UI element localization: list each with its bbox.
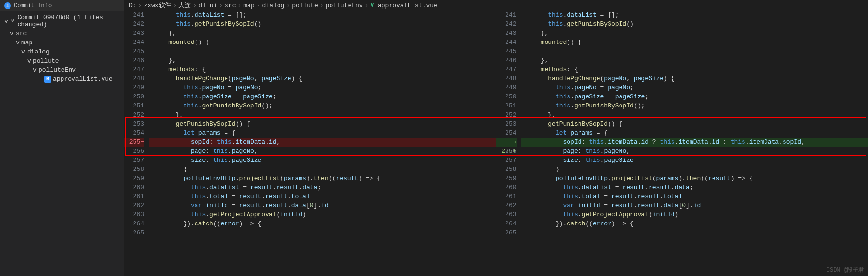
code-line[interactable]: this.pageNo = pageNo; [149,83,496,92]
code-line[interactable]: this.dataList = []; [149,11,496,20]
tree-label: polluteEnv [39,66,76,74]
code-line[interactable] [521,47,868,56]
breadcrumb-separator-icon: › [365,2,369,9]
code-line[interactable]: polluteEnvHttp.projectList(params).then(… [149,174,496,183]
code-line[interactable]: }).catch((error) => { [521,219,868,228]
line-number: 249 [496,83,517,92]
code-line[interactable]: handlePgChange(pageNo, pageSize) { [521,74,868,83]
breadcrumb-separator-icon: › [257,2,260,9]
code-line[interactable]: polluteEnvHttp.projectList(params).then(… [521,174,868,183]
code-line[interactable] [521,228,868,237]
code-left[interactable]: this.dataList = []; this.getPunishBySopI… [149,11,496,276]
breadcrumb-item[interactable]: polluteEnv [326,2,363,9]
code-line[interactable]: methods: { [521,65,868,74]
line-number: 249 [124,83,144,92]
code-line[interactable]: this.getPunishBySopId(); [149,101,496,110]
code-line[interactable]: }, [521,29,868,38]
code-line[interactable]: } [149,165,496,174]
tree-label: src [16,30,27,37]
line-number: 263 [124,210,144,219]
line-number: 246 [496,56,517,65]
code-line[interactable]: this.dataList = result.result.data; [521,183,868,192]
file-approvallist[interactable]: MapprovalList.vue [0,74,124,84]
line-number: 255− [124,138,144,147]
commit-node[interactable]: v⑂Commit 09078d0 (1 files changed) [0,13,124,29]
chevron-down-icon: v [21,48,26,55]
breadcrumb[interactable]: D:›zxwx软件›大连›dl_ui›src›map›dialog›pollut… [124,0,868,11]
code-line[interactable]: let params = { [149,128,496,138]
breadcrumb-separator-icon: › [193,2,196,9]
code-line[interactable]: methods: { [149,65,496,74]
code-line[interactable]: var initId = result.result.data[0].id [521,201,868,210]
line-number: 254 [496,128,517,138]
code-line[interactable]: } [521,165,868,174]
line-number: 250 [124,92,144,101]
code-line[interactable]: this.getPunishBySopId() [521,20,868,29]
breadcrumb-separator-icon: › [173,2,177,9]
chevron-down-icon: v [4,18,9,25]
modified-badge-icon: M [44,76,51,83]
code-line[interactable]: getPunishBySopId() { [521,119,868,128]
code-line[interactable]: sopId: this.itemData.id ? this.itemData.… [521,138,868,147]
code-line[interactable]: }, [149,110,496,119]
code-right[interactable]: this.dataList = []; this.getPunishBySopI… [521,11,868,276]
code-line[interactable]: }, [521,110,868,119]
line-number: 260 [124,183,144,192]
code-line[interactable]: mounted() { [521,38,868,47]
code-line[interactable]: }, [521,56,868,65]
code-line[interactable]: sopId: this.itemData.id, [149,138,496,147]
code-line[interactable]: size: this.pageSize [521,156,868,165]
line-number: 264 [124,219,144,228]
code-line[interactable]: page: this.pageNo, [149,147,496,156]
diff-pane-left[interactable]: 2412422432442452462472482492502512522532… [124,11,496,276]
folder-pollute[interactable]: vpollute [0,56,124,65]
breadcrumb-item[interactable]: map [243,2,254,9]
breadcrumb-separator-icon: › [286,2,290,9]
code-line[interactable]: this.total = result.result.total [521,192,868,201]
line-number: 241 [124,11,144,20]
code-line[interactable]: this.getProjectApproval(initId) [149,210,496,219]
code-line[interactable]: getPunishBySopId() { [149,119,496,128]
line-number: 246 [124,56,144,65]
code-line[interactable]: size: this.pageSize [149,156,496,165]
breadcrumb-item[interactable]: dialog [262,2,285,9]
breadcrumb-item[interactable]: src [225,2,236,9]
code-line[interactable]: this.getPunishBySopId(); [521,101,868,110]
line-number: 244 [496,38,517,47]
breadcrumb-item[interactable]: zxwx软件 [144,1,171,10]
code-line[interactable]: this.getPunishBySopId() [149,20,496,29]
code-line[interactable]: }, [149,29,496,38]
breadcrumb-item[interactable]: 大连 [178,1,191,10]
code-line[interactable]: this.dataList = result.result.data; [149,183,496,192]
code-line[interactable]: mounted() { [149,38,496,47]
breadcrumb-item[interactable]: pollute [292,2,318,9]
diff-pane-right[interactable]: 2412422432442452462472482492502512522532… [496,11,868,276]
code-line[interactable]: var initId = result.result.data[0].id [149,201,496,210]
code-line[interactable]: this.total = result.result.total [149,192,496,201]
breadcrumb-separator-icon: › [219,2,223,9]
code-line[interactable]: page: this.pageNo, [521,147,868,156]
folder-src[interactable]: vsrc [0,29,124,38]
chevron-down-icon: v [10,30,15,37]
code-line[interactable]: this.getProjectApproval(initId) [521,210,868,219]
breadcrumb-item[interactable]: D: [129,2,136,9]
folder-polluteenv[interactable]: vpolluteEnv [0,65,124,74]
code-line[interactable]: }, [149,56,496,65]
breadcrumb-item[interactable]: dl_ui [198,2,217,9]
folder-dialog[interactable]: vdialog [0,47,124,56]
code-line[interactable] [149,228,496,237]
tree-label: approvalList.vue [53,75,113,83]
file-tree: v⑂Commit 09078d0 (1 files changed)vsrcvm… [0,11,124,276]
code-line[interactable]: this.pageNo = pageNo; [521,83,868,92]
breadcrumb-item[interactable]: V approvalList.vue [370,2,437,9]
code-line[interactable] [149,47,496,56]
code-line[interactable]: }).catch((error) => { [149,219,496,228]
code-line[interactable]: this.dataList = []; [521,11,868,20]
line-number: 257 [496,156,517,165]
code-line[interactable]: this.pageSize = pageSize; [149,92,496,101]
folder-map[interactable]: vmap [0,38,124,47]
code-line[interactable]: handlePgChange(pageNo, pageSize) { [149,74,496,83]
code-line[interactable]: let params = { [521,128,868,138]
code-line[interactable]: this.pageSize = pageSize; [521,92,868,101]
line-number: 241 [496,11,517,20]
